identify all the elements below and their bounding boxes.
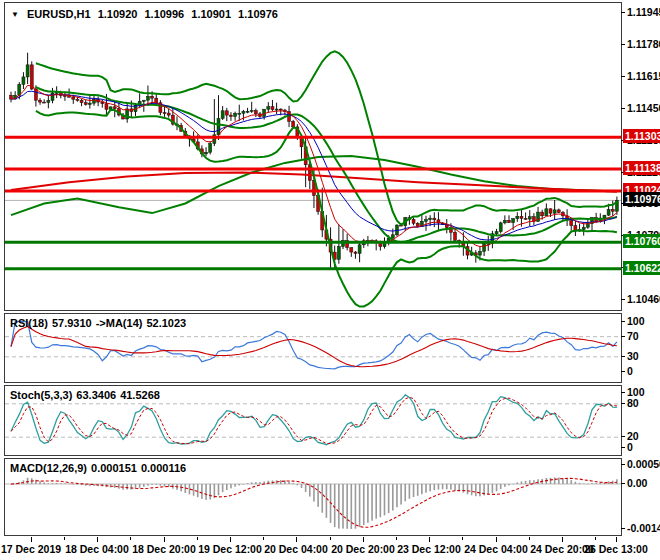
- stoch-label: Stoch(5,3,3)63.340641.5268: [10, 389, 164, 401]
- time-minor-tick: [263, 537, 264, 540]
- time-major-tick: [97, 537, 98, 542]
- time-minor-tick: [330, 537, 331, 540]
- ohlc-high: 1.10996: [144, 8, 184, 20]
- symbol-dropdown-icon[interactable]: ▼: [11, 10, 19, 19]
- macd-tick-label: 0.000567: [627, 458, 660, 470]
- time-major-tick: [31, 537, 32, 542]
- stoch-value: 63.3406: [76, 389, 116, 401]
- time-major-tick: [616, 537, 617, 542]
- macd-tick: [621, 483, 625, 484]
- resistance-price-badge: 1.11303: [623, 129, 660, 143]
- rsi-panel: RSI(18)57.9310->MA(14)52.1023: [4, 313, 622, 383]
- price-tick-label: 1.10460: [627, 293, 660, 305]
- rsi-name: RSI(18): [10, 317, 48, 329]
- resistance-price-badge: 1.11138: [623, 161, 660, 175]
- price-tick: [621, 299, 625, 300]
- rsi-tick: [621, 371, 625, 372]
- price-tick: [621, 108, 625, 109]
- stoch-name: Stoch(5,3,3): [10, 389, 72, 401]
- stoch-tick: [621, 392, 625, 393]
- time-label: 26 Dec 13:00: [574, 543, 658, 555]
- stoch-tick: [621, 436, 625, 437]
- macd-tick: [621, 464, 625, 465]
- time-minor-tick: [595, 537, 596, 540]
- time-major-tick: [562, 537, 563, 542]
- rsi-tick: [621, 356, 625, 357]
- price-tick: [621, 12, 625, 13]
- macd-tick: [621, 528, 625, 529]
- rsi-axis[interactable]: 10070300: [622, 313, 660, 383]
- main-chart-panel: ▼ EURUSD,H1 1.10920 1.10996 1.10901 1.10…: [4, 2, 622, 311]
- price-axis[interactable]: 1.119451.117801.116151.114501.112851.111…: [622, 2, 660, 311]
- macd-name: MACD(12,26,9): [10, 462, 87, 474]
- time-major-tick: [363, 537, 364, 542]
- time-minor-tick: [64, 537, 65, 540]
- chart-title: ▼ EURUSD,H1 1.10920 1.10996 1.10901 1.10…: [11, 8, 282, 20]
- time-major-tick: [164, 537, 165, 542]
- rsi-tick-label: 100: [627, 315, 645, 327]
- macd-axis[interactable]: 0.0005670.00-0.001406: [622, 458, 660, 536]
- time-axis[interactable]: 17 Dec 201918 Dec 04:0018 Dec 20:0019 De…: [0, 536, 660, 560]
- price-tick-label: 1.11780: [627, 38, 660, 50]
- price-tick: [621, 76, 625, 77]
- stoch-tick-label: 0: [627, 441, 633, 453]
- price-tick-label: 1.11615: [627, 70, 660, 82]
- time-major-tick: [496, 537, 497, 542]
- price-tick: [621, 44, 625, 45]
- time-minor-tick: [396, 537, 397, 540]
- macd-tick-label: 0.00: [627, 477, 647, 489]
- support-price-badge: 1.10622: [623, 261, 660, 275]
- rsi-tick: [621, 336, 625, 337]
- candles-group: [10, 53, 619, 270]
- ma-fast-red-line: [11, 85, 617, 246]
- candlestick-chart[interactable]: [5, 3, 621, 310]
- ohlc-open: 1.10920: [98, 8, 138, 20]
- chart-window: ▼ EURUSD,H1 1.10920 1.10996 1.10901 1.10…: [0, 0, 660, 560]
- time-major-tick: [429, 537, 430, 542]
- stoch-value2: 41.5268: [120, 389, 160, 401]
- rsi-ma-value: 52.1023: [146, 317, 186, 329]
- rsi-value: 57.9310: [52, 317, 92, 329]
- stochastic-panel: Stoch(5,3,3)63.340641.5268: [4, 385, 622, 456]
- support-price-badge: 1.10760: [623, 234, 660, 248]
- macd-tick-label: -0.001406: [627, 522, 660, 534]
- current-price-badge: 1.10976: [623, 192, 660, 206]
- time-minor-tick: [462, 537, 463, 540]
- macd-value2: 0.000116: [141, 462, 186, 474]
- rsi-label: RSI(18)57.9310->MA(14)52.1023: [10, 317, 190, 329]
- rsi-tick-label: 30: [627, 350, 639, 362]
- stoch-tick-label: 80: [627, 397, 639, 409]
- time-major-tick: [296, 537, 297, 542]
- ohlc-low: 1.10901: [191, 8, 231, 20]
- stochastic-axis[interactable]: 10080200: [622, 385, 660, 456]
- stoch-tick: [621, 403, 625, 404]
- rsi-tick-label: 0: [627, 365, 633, 377]
- time-minor-tick: [130, 537, 131, 540]
- ohlc-close: 1.10976: [238, 8, 278, 20]
- time-major-tick: [230, 537, 231, 542]
- time-minor-tick: [197, 537, 198, 540]
- macd-value: 0.000151: [91, 462, 137, 474]
- price-tick-label: 1.11450: [627, 102, 660, 114]
- macd-panel: MACD(12,26,9)0.0001510.000116: [4, 458, 622, 536]
- symbol-label: EURUSD,H1: [27, 8, 91, 20]
- price-tick-label: 1.11945: [627, 6, 660, 18]
- rsi-tick-label: 70: [627, 330, 639, 342]
- time-minor-tick: [529, 537, 530, 540]
- rsi-tick: [621, 321, 625, 322]
- macd-label: MACD(12,26,9)0.0001510.000116: [10, 462, 190, 474]
- stoch-tick: [621, 447, 625, 448]
- rsi-ma-name: ->MA(14): [96, 317, 143, 329]
